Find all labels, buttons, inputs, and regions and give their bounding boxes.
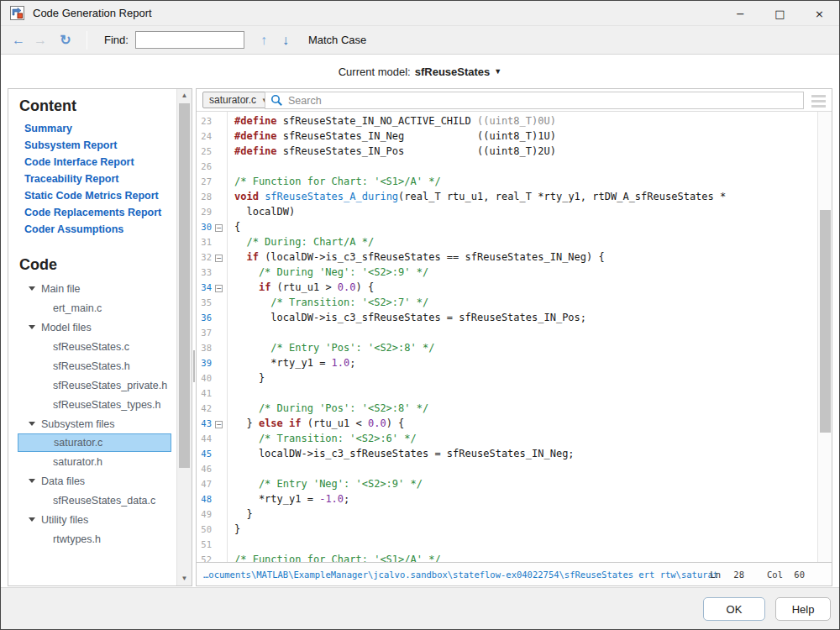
code-line: 33 /* During 'Neg': '<S2>:9' */ [197,265,816,280]
minimize-icon[interactable]: − [721,1,760,26]
code-token: ) { [356,281,375,293]
caret-down-icon[interactable] [29,422,35,426]
content-link[interactable]: Subsystem Report [24,137,176,154]
content-link[interactable]: Static Code Metrics Report [24,187,176,204]
code-token: sfReuseState_IN_NO_ACTIVE_CHILD [277,115,477,127]
line-number-link[interactable]: 39 [197,355,212,370]
sidebar-scrollbar-thumb[interactable] [179,103,190,468]
file-path-link[interactable]: …ocuments\MATLAB\ExampleManager\jcalvo.s… [203,570,717,580]
tree-file-item[interactable]: ert_main.c [18,298,171,318]
tree-file-item[interactable]: sfReuseStates.c [18,337,171,356]
code-token [283,417,289,429]
tree-file-item[interactable]: saturator.c [18,433,171,452]
find-next-icon[interactable]: ↓ [275,33,297,48]
simulink-report-icon [10,6,24,20]
current-model-value[interactable]: sfReuseStates [415,66,491,78]
caret-down-icon[interactable] [29,479,35,483]
line-number-link[interactable]: 36 [197,310,212,325]
line-number-link[interactable]: 45 [197,446,212,461]
back-icon[interactable]: ← [8,33,29,48]
tree-file-item[interactable]: sfReuseStates_private.h [18,375,171,395]
tree-file-item[interactable]: sfReuseStates_data.c [18,491,171,510]
code-token: ) { [386,417,405,429]
code-token: localDW->is_c3_sfReuseStates = sfReuseSt… [234,448,575,459]
code-scrollbar[interactable] [817,112,832,562]
tree-item-label: sfReuseStates.c [53,338,129,356]
tree-file-item[interactable]: sfReuseStates.h [18,356,171,375]
maximize-icon[interactable]: □ [760,1,800,26]
content-link[interactable]: Code Replacements Report [24,204,176,221]
tree-group[interactable]: Utility files [18,510,171,529]
fold-collapse-icon[interactable]: − [215,421,223,428]
caret-down-icon[interactable] [29,286,35,291]
match-case-toggle[interactable]: Match Case [308,34,366,46]
line-number-link[interactable]: 43 [197,416,212,431]
code-line: 42 /* During 'Pos': '<S2>:8' */ [197,401,816,416]
tree-group[interactable]: Subsystem files [18,414,171,433]
find-input[interactable] [135,31,244,49]
search-icon [270,94,283,107]
code-line: 45 localDW->is_c3_sfReuseStates = sfReus… [197,446,816,461]
tree-file-item[interactable]: rtwtypes.h [18,529,171,549]
line-number: 37 [197,325,212,340]
code-lines: 23#define sfReuseState_IN_NO_ACTIVE_CHIL… [197,113,816,562]
line-number-link[interactable]: 30 [197,219,212,234]
tree-group[interactable]: Data files [18,471,171,491]
code-token: } [234,417,259,429]
line-value: 28 [733,570,744,580]
ok-button[interactable]: OK [703,597,765,621]
code-line: 29 localDW) [197,204,816,219]
fold-collapse-icon[interactable]: − [215,224,223,232]
sidebar-scrollbar[interactable]: ▲ ▼ [176,89,192,585]
code-line: 23#define sfReuseState_IN_NO_ACTIVE_CHIL… [197,113,816,129]
fold-collapse-icon[interactable]: − [215,255,223,262]
find-previous-icon[interactable]: ↑ [253,33,275,48]
caret-down-icon[interactable] [29,325,35,329]
code-token: sfReuseStates_IN_Pos ((uint8_T)2U) [277,145,556,157]
code-text: localDW->is_c3_sfReuseStates = sfReuseSt… [226,312,586,323]
code-file-tree: Main fileert_main.cModel filessfReuseSta… [8,279,176,549]
tree-file-item[interactable]: sfReuseStates_types.h [18,395,171,414]
code-text: } [226,372,265,384]
content-link[interactable]: Coder Assumptions [24,221,176,238]
code-line: 32− if (localDW->is_c3_sfReuseStates == … [197,249,816,265]
tree-group[interactable]: Model files [18,318,171,337]
tree-file-item[interactable]: saturator.h [18,452,171,471]
scroll-down-icon[interactable]: ▼ [177,572,192,585]
function-link[interactable]: sfReuseStates_A_during [265,191,398,202]
close-icon[interactable]: × [800,1,839,26]
content-link[interactable]: Code Interface Report [24,154,176,171]
line-number-link[interactable]: 34 [197,280,212,295]
content-link[interactable]: Summary [24,120,176,137]
code-token: (real_T rtu_u1, real_T *rty_y1, rtDW_A_s… [398,191,726,202]
chevron-down-icon[interactable]: ▼ [494,67,501,76]
line-number: 41 [197,386,212,401]
code-text: /* During: Chart/A */ [226,236,374,248]
panel-splitter[interactable] [193,350,195,382]
code-token: } [234,372,265,384]
code-text: *rty_y1 = -1.0; [226,493,349,505]
scroll-up-icon[interactable]: ▲ [177,89,192,102]
code-search-field[interactable]: Search [265,92,804,109]
code-scrollbar-thumb[interactable] [820,210,831,433]
code-token: else [259,417,283,429]
code-line: 38 /* Entry 'Pos': '<S2>:8' */ [197,340,816,355]
line-number-link[interactable]: 48 [197,491,212,507]
fold-collapse-icon[interactable]: − [215,285,223,292]
content-link[interactable]: Traceability Report [24,171,176,187]
code-token: *rty_y1 = [234,357,332,369]
menu-icon[interactable] [811,95,826,110]
code-line: 37 [197,325,816,340]
line-number: 25 [197,144,212,159]
tree-group[interactable]: Main file [18,279,171,298]
code-line: 48 *rty_y1 = -1.0; [197,491,816,507]
current-model-label: Current model: [339,66,411,78]
help-button[interactable]: Help [775,597,831,621]
file-selector-value: saturator.c [209,94,256,106]
refresh-icon[interactable]: ↻ [55,32,76,48]
code-text: /* Entry 'Neg': '<S2>:9' */ [226,478,423,490]
code-text: /* During 'Pos': '<S2>:8' */ [226,402,428,414]
code-line: 41 [197,386,816,401]
current-model-bar: Current model: sfReuseStates ▼ [1,55,839,88]
caret-down-icon[interactable] [29,517,35,522]
